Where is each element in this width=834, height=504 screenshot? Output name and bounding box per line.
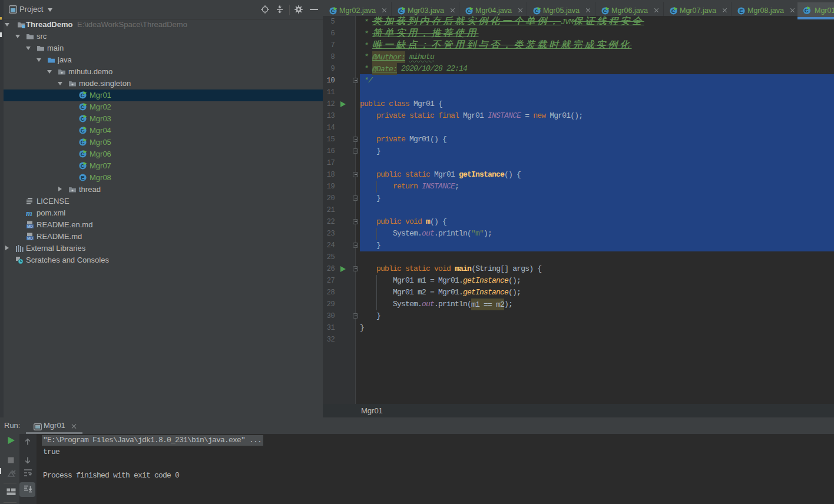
svg-text:E: E: [739, 8, 743, 14]
svg-text:MD: MD: [27, 236, 33, 240]
svg-text:E: E: [81, 174, 84, 181]
svg-text:MD: MD: [27, 224, 33, 228]
svg-text:m: m: [26, 209, 32, 217]
